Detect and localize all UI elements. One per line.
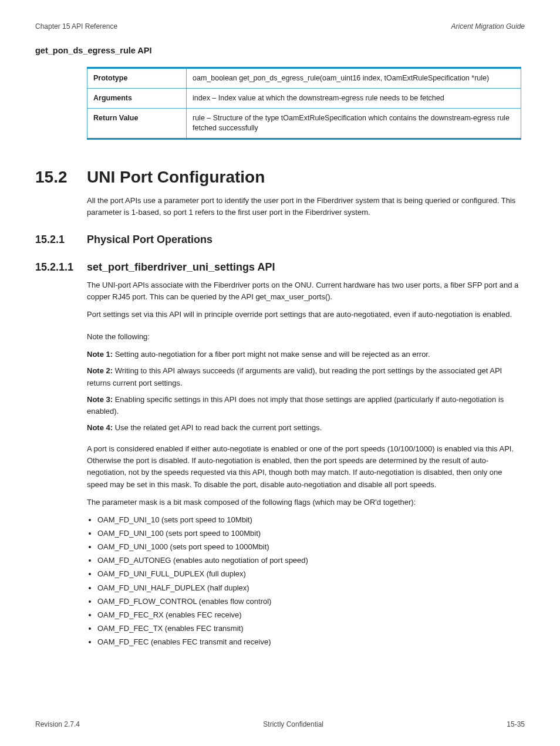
note-text: Enabling specific settings in this API d… (87, 395, 504, 416)
paragraph: All the port APIs use a parameter port t… (87, 195, 525, 218)
list-item: OAM_FD_UNI_HALF_DUPLEX (half duplex) (97, 582, 525, 594)
flag-list: OAM_FD_UNI_10 (sets port speed to 10Mbit… (87, 514, 525, 648)
subsubsection-title: set_port_fiberdriver_uni_settings API (87, 261, 275, 274)
subsubsection-heading: 15.2.1.1 set_port_fiberdriver_uni_settin… (35, 261, 525, 274)
subsubsection-number: 15.2.1.1 (35, 261, 87, 274)
note-item: Note 3: Enabling specific settings in th… (87, 394, 525, 417)
note-text: Writing to this API always succeeds (if … (87, 366, 502, 387)
list-item: OAM_FD_FEC (enables FEC transmit and rec… (97, 636, 525, 648)
cell-value: rule – Structure of the type tOamExtRule… (187, 108, 521, 139)
api-title: get_pon_ds_egress_rule API (35, 46, 525, 55)
section-title: UNI Port Configuration (87, 168, 265, 187)
cell-value: index – Index value at which the downstr… (187, 88, 521, 108)
api-spec-table: Prototype oam_boolean get_pon_ds_egress_… (87, 67, 521, 140)
note-item: Note 1: Setting auto-negotiation for a f… (87, 349, 525, 360)
list-item: OAM_FD_FEC_RX (enables FEC receive) (97, 609, 525, 621)
paragraph: The UNI-port APIs associate with the Fib… (87, 279, 525, 303)
list-item: OAM_FD_FLOW_CONTROL (enables flow contro… (97, 596, 525, 607)
guide-label: Aricent Migration Guide (451, 22, 525, 31)
chapter-label: Chapter 15 API Reference (35, 22, 117, 31)
list-item: OAM_FD_FEC_TX (enables FEC transmit) (97, 623, 525, 634)
subsection-heading: 15.2.1 Physical Port Operations (35, 234, 525, 246)
footer-revision: Revision 2.7.4 (35, 720, 80, 728)
page-header: Chapter 15 API Reference Aricent Migrati… (35, 22, 525, 31)
footer-page: 15-35 (507, 720, 525, 728)
note-item: Note 2: Writing to this API always succe… (87, 365, 525, 389)
cell-key: Arguments (87, 88, 187, 108)
list-item: OAM_FD_UNI_FULL_DUPLEX (full duplex) (97, 568, 525, 580)
note-text: Use the related get API to read back the… (115, 423, 322, 432)
cell-value: oam_boolean get_pon_ds_egress_rule(oam_u… (187, 68, 521, 89)
list-item: OAM_FD_UNI_10 (sets port speed to 10Mbit… (97, 514, 525, 526)
section-number: 15.2 (35, 168, 87, 187)
list-item: OAM_FD_AUTONEG (enables auto negotiation… (97, 555, 525, 566)
cell-key: Prototype (87, 68, 187, 89)
cell-key: Return Value (87, 108, 187, 139)
table-row: Prototype oam_boolean get_pon_ds_egress_… (87, 68, 521, 89)
footer-confidential: Strictly Confidential (263, 720, 323, 728)
section-heading: 15.2 UNI Port Configuration (35, 168, 525, 187)
note-lead: Note the following: (87, 331, 525, 343)
list-item: OAM_FD_UNI_100 (sets port speed to 100Mb… (97, 528, 525, 539)
subsection-number: 15.2.1 (35, 234, 87, 246)
paragraph: Port settings set via this API will in p… (87, 309, 525, 320)
table-row: Arguments index – Index value at which t… (87, 88, 521, 108)
page-footer: Revision 2.7.4 Strictly Confidential 15-… (35, 720, 525, 728)
list-item: OAM_FD_UNI_1000 (sets port speed to 1000… (97, 541, 525, 553)
note-item: Note 4: Use the related get API to read … (87, 422, 525, 434)
table-row: Return Value rule – Structure of the typ… (87, 108, 521, 139)
note-text: Setting auto-negotiation for a fiber por… (115, 350, 430, 359)
paragraph: The parameter mask is a bit mask compose… (87, 497, 525, 508)
subsection-title: Physical Port Operations (87, 234, 212, 246)
paragraph: A port is considered enabled if either a… (87, 443, 525, 491)
